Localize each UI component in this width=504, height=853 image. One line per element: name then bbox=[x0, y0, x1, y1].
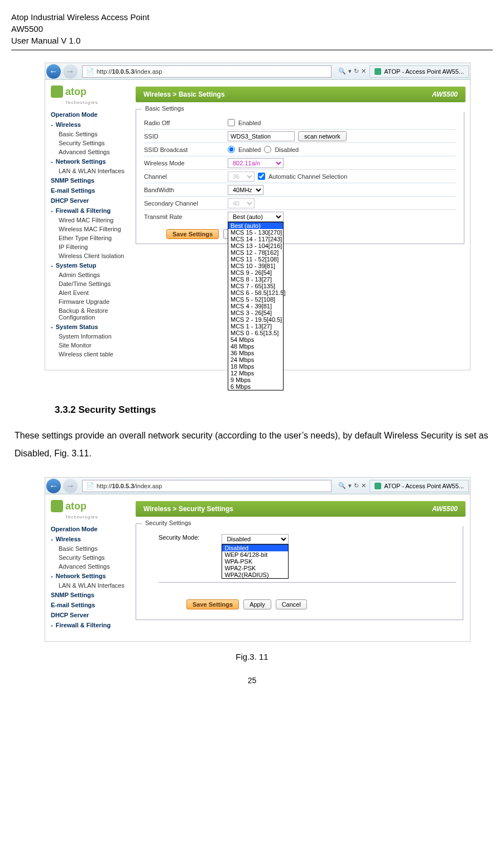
sidebar-subitem[interactable]: Ether Type Filtering bbox=[51, 233, 131, 242]
sidebar-group[interactable]: - Firewall & Filtering bbox=[51, 620, 131, 630]
refresh-icon[interactable]: ↻ bbox=[354, 482, 359, 489]
dropdown-icon[interactable]: ▾ bbox=[348, 68, 352, 75]
address-bar[interactable]: 📄 http://10.0.5.3/index.asp bbox=[82, 480, 332, 492]
dropdown-icon[interactable]: ▾ bbox=[348, 482, 352, 489]
dropdown-option[interactable]: 24 Mbps bbox=[228, 356, 283, 363]
back-icon[interactable]: ← bbox=[46, 64, 61, 79]
forward-icon[interactable]: → bbox=[63, 64, 78, 79]
dropdown-option[interactable]: MCS 14 - 117[243] bbox=[228, 236, 283, 242]
ssid-input[interactable] bbox=[228, 131, 295, 141]
browser-tab[interactable]: ATOP - Access Point AW55... bbox=[369, 480, 469, 492]
browser-controls: 🔍 ▾ ↻ ✕ bbox=[335, 482, 369, 489]
dropdown-option[interactable]: 12 Mbps bbox=[228, 370, 283, 377]
dropdown-option[interactable]: 6 Mbps bbox=[228, 383, 283, 390]
sidebar-subitem[interactable]: Security Settings bbox=[51, 553, 131, 562]
ssid-broadcast-enabled-radio[interactable] bbox=[228, 146, 235, 153]
sidebar-group[interactable]: - System Setup bbox=[51, 260, 131, 270]
sidebar-group[interactable]: - Wireless bbox=[51, 534, 131, 544]
refresh-icon[interactable]: ↻ bbox=[354, 68, 359, 75]
stop-icon[interactable]: ✕ bbox=[361, 482, 366, 489]
sidebar-subitem[interactable]: Basic Settings bbox=[51, 130, 131, 139]
auto-channel-checkbox[interactable] bbox=[258, 173, 265, 180]
dropdown-option[interactable]: MCS 2 - 19.5[40.5] bbox=[228, 316, 283, 323]
scan-network-button[interactable]: scan network bbox=[298, 131, 347, 141]
sidebar-item[interactable]: Operation Mode bbox=[51, 524, 131, 534]
sidebar-subitem[interactable]: Date/Time Settings bbox=[51, 279, 131, 288]
security-mode-dropdown-list[interactable]: DisabledWEP 64/128-bitWPA-PSKWPA2-PSKWPA… bbox=[222, 544, 289, 579]
dropdown-option[interactable]: MCS 3 - 26[54] bbox=[228, 309, 283, 316]
sidebar-subitem[interactable]: Wireless MAC Filtering bbox=[51, 225, 131, 233]
sidebar-subitem[interactable]: Wireless client table bbox=[51, 350, 131, 359]
dropdown-option[interactable]: WPA2-PSK bbox=[222, 565, 288, 571]
sidebar-subitem[interactable]: LAN & WLAN Interfaces bbox=[51, 581, 131, 590]
sidebar-subitem[interactable]: Admin Settings bbox=[51, 270, 131, 279]
sidebar-group[interactable]: - System Status bbox=[51, 322, 131, 332]
dropdown-option[interactable]: 54 Mbps bbox=[228, 336, 283, 343]
dropdown-option[interactable]: 18 Mbps bbox=[228, 363, 283, 370]
sidebar-subitem[interactable]: Basic Settings bbox=[51, 544, 131, 553]
apply-button[interactable]: Apply bbox=[243, 599, 271, 609]
save-settings-button[interactable]: Save Settings bbox=[166, 229, 219, 239]
sidebar-item[interactable]: E-mail Settings bbox=[51, 185, 131, 196]
sidebar-item[interactable]: SNMP Settings bbox=[51, 175, 131, 185]
dropdown-option[interactable]: Best (auto) bbox=[228, 222, 283, 229]
back-icon[interactable]: ← bbox=[46, 479, 61, 493]
dropdown-option[interactable]: MCS 13 - 104[216] bbox=[228, 242, 283, 249]
sidebar-subitem[interactable]: Alert Event bbox=[51, 288, 131, 297]
dropdown-option[interactable]: WEP 64/128-bit bbox=[222, 551, 288, 558]
sidebar-subitem[interactable]: Site Monitor bbox=[51, 341, 131, 350]
dropdown-option[interactable]: MCS 10 - 39[81] bbox=[228, 263, 283, 269]
dropdown-option[interactable]: MCS 1 - 13[27] bbox=[228, 323, 283, 330]
dropdown-option[interactable]: MCS 15 - 130[270] bbox=[228, 229, 283, 236]
dropdown-option[interactable]: WPA-PSK bbox=[222, 558, 288, 565]
dropdown-option[interactable]: MCS 9 - 26[54] bbox=[228, 269, 283, 276]
bandwidth-select[interactable]: 40MHz bbox=[228, 185, 263, 195]
sidebar-subitem[interactable]: LAN & WLAN Interfaces bbox=[51, 166, 131, 175]
search-icon[interactable]: 🔍 bbox=[338, 68, 346, 75]
sidebar-subitem[interactable]: Backup & Restore Configuration bbox=[51, 306, 131, 322]
dropdown-option[interactable]: MCS 11 - 52[108] bbox=[228, 256, 283, 263]
sidebar-subitem[interactable]: Firmware Upgrade bbox=[51, 297, 131, 306]
sidebar-group[interactable]: - Network Settings bbox=[51, 156, 131, 166]
radio-off-checkbox[interactable] bbox=[228, 119, 235, 126]
dropdown-option[interactable]: 48 Mbps bbox=[228, 343, 283, 350]
dropdown-option[interactable]: MCS 5 - 52[108] bbox=[228, 296, 283, 303]
cancel-button[interactable]: Cancel bbox=[276, 599, 307, 609]
dropdown-option[interactable]: MCS 8 - 13[27] bbox=[228, 276, 283, 283]
address-bar[interactable]: 📄 http://10.0.5.3/index.asp bbox=[82, 65, 332, 78]
save-settings-button[interactable]: Save Settings bbox=[186, 599, 239, 609]
wireless-mode-select[interactable]: 802.11a/n bbox=[228, 158, 284, 168]
transmit-rate-select[interactable]: Best (auto) bbox=[228, 212, 284, 222]
dropdown-option[interactable]: MCS 0 - 6.5[13.5] bbox=[228, 330, 283, 336]
ssid-broadcast-disabled-radio[interactable] bbox=[264, 146, 271, 153]
sidebar-item[interactable]: Operation Mode bbox=[51, 109, 131, 120]
sidebar-subitem[interactable]: System Information bbox=[51, 332, 131, 341]
sidebar-subitem[interactable]: Advanced Settings bbox=[51, 562, 131, 571]
dropdown-option[interactable]: WPA2(RADIUS) bbox=[222, 571, 288, 578]
sidebar-subitem[interactable]: Advanced Settings bbox=[51, 147, 131, 156]
dropdown-option[interactable]: MCS 6 - 58.5[121.5] bbox=[228, 289, 283, 296]
forward-icon[interactable]: → bbox=[63, 479, 78, 493]
dropdown-option[interactable]: 36 Mbps bbox=[228, 350, 283, 356]
dropdown-option[interactable]: 9 Mbps bbox=[228, 377, 283, 383]
transmit-rate-dropdown-list[interactable]: Best (auto)MCS 15 - 130[270]MCS 14 - 117… bbox=[228, 222, 284, 390]
stop-icon[interactable]: ✕ bbox=[361, 68, 366, 75]
security-mode-select[interactable]: Disabled bbox=[222, 534, 289, 544]
sidebar-group[interactable]: - Firewall & Filtering bbox=[51, 206, 131, 216]
browser-tab[interactable]: ATOP - Access Point AW55... bbox=[369, 65, 469, 78]
search-icon[interactable]: 🔍 bbox=[338, 482, 346, 489]
dropdown-option[interactable]: MCS 7 - 65[135] bbox=[228, 283, 283, 289]
sidebar-item[interactable]: SNMP Settings bbox=[51, 590, 131, 600]
sidebar-item[interactable]: DHCP Server bbox=[51, 610, 131, 620]
dropdown-option[interactable]: Disabled bbox=[222, 545, 288, 551]
sidebar-subitem[interactable]: Wired MAC Filtering bbox=[51, 216, 131, 225]
sidebar-subitem[interactable]: IP Filtering bbox=[51, 242, 131, 251]
sidebar-group[interactable]: - Wireless bbox=[51, 120, 131, 130]
sidebar-item[interactable]: DHCP Server bbox=[51, 196, 131, 206]
sidebar-subitem[interactable]: Security Settings bbox=[51, 139, 131, 147]
sidebar-item[interactable]: E-mail Settings bbox=[51, 600, 131, 610]
dropdown-option[interactable]: MCS 4 - 39[81] bbox=[228, 303, 283, 309]
dropdown-option[interactable]: MCS 12 - 78[162] bbox=[228, 249, 283, 256]
sidebar-group[interactable]: - Network Settings bbox=[51, 571, 131, 581]
sidebar-subitem[interactable]: Wireless Client Isolation bbox=[51, 251, 131, 260]
